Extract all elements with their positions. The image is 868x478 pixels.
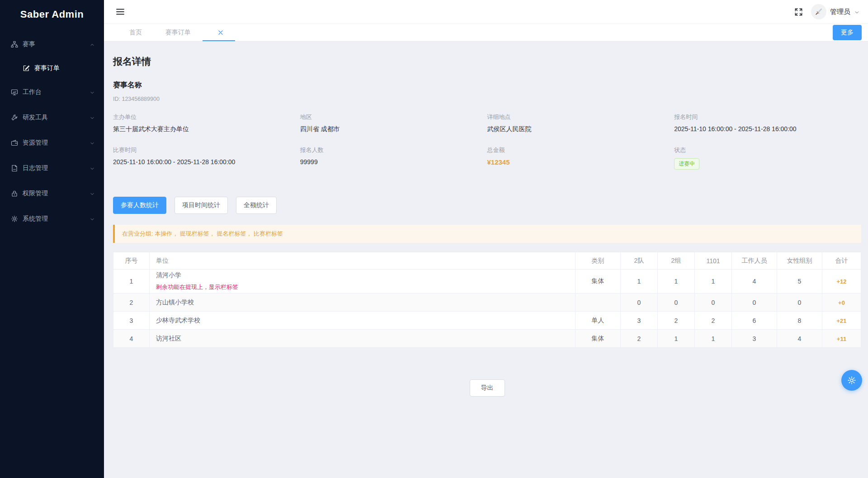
sidebar-item-logs[interactable]: 日志管理 [0, 156, 104, 181]
tab-event-orders[interactable]: 赛事订单 [154, 24, 203, 41]
app-window: Saber Admin 赛事 赛事订单 [0, 0, 868, 478]
col-category: 类别 [576, 252, 621, 270]
unit-name: 方山镇小学校 [156, 298, 575, 307]
event-name: 赛事名称 [113, 80, 861, 90]
tab-label: 首页 [129, 28, 142, 37]
sidebar-item-event-orders[interactable]: 赛事订单 [0, 57, 104, 80]
participants-table: 序号 单位 类别 2队 2组 1101 工作人员 女性组别 合计 1 [113, 252, 861, 348]
unit-name: 少林寺武术学校 [156, 317, 575, 325]
sidebar-item-label: 日志管理 [23, 164, 90, 172]
close-icon[interactable] [218, 29, 223, 35]
sidebar-item-label: 研发工具 [23, 114, 90, 122]
chevron-down-icon [90, 115, 95, 120]
status-badge: 进赛中 [674, 158, 699, 170]
unit-name: 清河小学 [156, 271, 575, 279]
wallet-icon [11, 139, 18, 147]
sidebar: Saber Admin 赛事 赛事订单 [0, 0, 104, 478]
page-content: 报名详情 赛事名称 ID: 123456889900 主办单位 第三十届武术大赛… [104, 42, 868, 478]
row-total: +0 [838, 299, 845, 306]
sidebar-item-label: 系统管理 [23, 215, 90, 223]
table-row: 3 少林寺武术学校 单人 3 2 2 6 8 +21 [113, 312, 861, 330]
main-area: 管理员 首页 赛事订单 更多 [104, 0, 868, 478]
sidebar-item-label: 赛事订单 [34, 64, 60, 72]
col-staff: 工作人员 [732, 252, 777, 270]
chevron-down-icon [90, 90, 95, 95]
export-row: 导出 [113, 379, 861, 397]
sidebar-item-workbench[interactable]: 工作台 [0, 80, 104, 105]
sidebar-item-label: 权限管理 [23, 189, 90, 198]
chevron-down-icon [90, 140, 95, 146]
col-1101: 1101 [695, 252, 732, 270]
brand-logo: Saber Admin [0, 0, 104, 29]
row-total: +12 [836, 278, 846, 285]
top-navbar: 管理员 [104, 0, 868, 24]
field-match-time: 比赛时间 2025-11-10 16:00:00 - 2025-11-28 16… [113, 146, 300, 170]
warning-alert: 在营业分组: 本操作， 提现栏标签， 提名栏标签， 比赛栏标签 [113, 225, 861, 243]
participants-stat-button[interactable]: 参赛人数统计 [113, 197, 166, 214]
tab-home[interactable]: 首页 [118, 24, 154, 41]
edit-doc-icon [23, 65, 30, 72]
col-team2: 2队 [621, 252, 658, 270]
field-status: 状态 进赛中 [674, 146, 861, 170]
chevron-up-icon [90, 42, 95, 47]
sidebar-item-system[interactable]: 系统管理 [0, 206, 104, 232]
table-row: 4 访河社区 集体 2 1 1 3 4 +11 [113, 330, 861, 348]
tab-current-detail[interactable] [203, 24, 235, 41]
stat-button-group: 参赛人数统计 项目时间统计 全额统计 [113, 197, 861, 214]
row-total: +21 [836, 317, 846, 324]
event-id: ID: 123456889900 [113, 96, 861, 102]
sidebar-item-label: 资源管理 [23, 139, 90, 147]
username-label: 管理员 [830, 8, 850, 16]
monitor-icon [11, 89, 18, 96]
chevron-down-icon [854, 9, 860, 15]
sitemap-icon [11, 41, 18, 48]
sidebar-menu: 赛事 赛事订单 工作台 [0, 29, 104, 232]
field-location: 详细地点 武侯区人民医院 [487, 113, 675, 133]
export-button[interactable]: 导出 [470, 379, 505, 397]
settings-fab[interactable] [841, 370, 862, 391]
field-total-amount: 总金额 ¥12345 [487, 146, 675, 170]
field-region: 地区 四川省 成都市 [300, 113, 487, 133]
table-row: 1 清河小学 剩余功能在提现上，显示栏标签 集体 1 1 1 4 5 +12 [113, 270, 861, 293]
wrench-icon [11, 114, 18, 121]
col-unit: 单位 [150, 252, 576, 270]
row-total: +11 [837, 336, 846, 342]
col-female: 女性组别 [777, 252, 822, 270]
unit-name: 访河社区 [156, 335, 575, 343]
table-row: 2 方山镇小学校 0 0 0 0 0 +0 [113, 293, 861, 312]
sidebar-item-permissions[interactable]: 权限管理 [0, 181, 104, 206]
tab-label: 赛事订单 [165, 28, 191, 37]
project-time-stat-button[interactable]: 项目时间统计 [175, 197, 228, 214]
field-registrant-count: 报名人数 99999 [300, 146, 487, 170]
col-total: 合计 [822, 252, 861, 270]
table-header-row: 序号 单位 类别 2队 2组 1101 工作人员 女性组别 合计 [113, 252, 861, 270]
sidebar-item-label: 工作台 [23, 88, 90, 96]
fullscreen-icon[interactable] [794, 8, 803, 16]
col-index: 序号 [113, 252, 150, 270]
file-icon [11, 165, 18, 172]
amount-stat-button[interactable]: 全额统计 [236, 197, 277, 214]
field-registration-time: 报名时间 2025-11-10 16:00:00 - 2025-11-28 16… [674, 113, 861, 133]
sidebar-item-events[interactable]: 赛事 [0, 32, 104, 57]
page-title: 报名详情 [113, 55, 861, 68]
tabs-bar: 首页 赛事订单 更多 [104, 24, 868, 42]
chevron-down-icon [90, 191, 95, 196]
navbar-right-group: 管理员 [794, 4, 860, 19]
sidebar-item-resources[interactable]: 资源管理 [0, 130, 104, 156]
gear-icon [11, 215, 18, 222]
gear-icon [847, 376, 856, 385]
col-group2: 2组 [658, 252, 695, 270]
sword-icon [814, 7, 824, 17]
total-amount-value: ¥12345 [487, 158, 675, 166]
user-menu[interactable]: 管理员 [811, 4, 860, 19]
event-detail-grid: 主办单位 第三十届武术大赛主办单位 地区 四川省 成都市 详细地点 武侯区人民医… [113, 113, 861, 170]
hamburger-menu-icon[interactable] [115, 7, 125, 17]
avatar [811, 4, 826, 19]
unit-note: 剩余功能在提现上，显示栏标签 [156, 283, 575, 291]
field-organizer: 主办单位 第三十届武术大赛主办单位 [113, 113, 300, 133]
chevron-down-icon [90, 216, 95, 222]
lock-icon [11, 190, 18, 197]
chevron-down-icon [90, 166, 95, 171]
more-button[interactable]: 更多 [833, 25, 862, 40]
sidebar-item-dev-tools[interactable]: 研发工具 [0, 105, 104, 130]
